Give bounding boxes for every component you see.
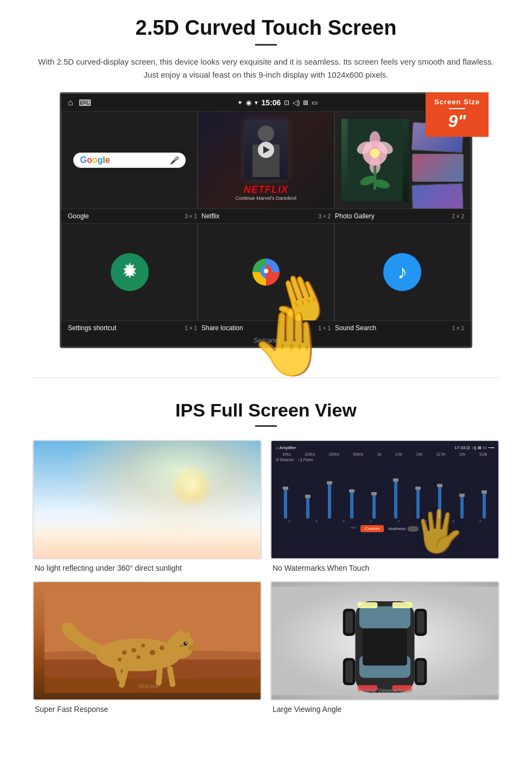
feature1-caption: No light reflecting under 360° direct su… <box>33 564 262 572</box>
svg-point-21 <box>188 645 197 651</box>
eq-slider-3[interactable] <box>328 483 331 519</box>
time-display: 15:06 <box>261 98 281 107</box>
car-image-container: ↑ Large Viewing Angle <box>270 581 499 701</box>
usb-icon: ⌨ <box>79 98 91 108</box>
app-label-row1: Google 3 × 1 Netflix 3 × 2 Photo Gallery… <box>61 209 471 223</box>
netflix-app-name: Netflix <box>201 212 219 220</box>
section-ips-view: IPS Full Screen View No light reflecting… <box>0 394 532 730</box>
section-curved-touch: 2.5D Curved Touch Screen With 2.5D curve… <box>0 0 532 361</box>
svg-point-32 <box>118 658 122 661</box>
play-button[interactable] <box>258 142 274 158</box>
gear-icon <box>119 261 141 283</box>
cheetah-image-container: Seicane <box>33 581 262 701</box>
cheetah-image: Seicane <box>34 582 261 699</box>
screen-size-badge: Screen Size 9" <box>426 92 489 137</box>
svg-point-6 <box>370 149 380 159</box>
svg-point-30 <box>137 655 141 659</box>
section1-title: 2.5D Curved Touch Screen <box>33 16 499 40</box>
feature-viewing-angle: ↑ Large Viewing Angle Large Viewing Angl… <box>270 581 499 714</box>
google-app-size: 3 × 1 <box>185 213 197 219</box>
feature-fast-response: Seicane Super Fast Response <box>33 581 262 714</box>
eq-freq-labels: 60hz100hz200hz500hz1k2.5k10k12.5k15kSUB <box>276 452 494 456</box>
eq-slider-10[interactable] <box>483 493 486 519</box>
svg-rect-44 <box>345 660 353 683</box>
eq-slider-6[interactable] <box>394 481 397 519</box>
google-label: Google 3 × 1 <box>66 211 199 221</box>
svg-rect-40 <box>345 611 353 633</box>
car-top-view-svg: ↑ Large Viewing Angle <box>271 582 498 699</box>
eq-slider-1[interactable] <box>284 489 287 519</box>
eq-slider-2[interactable] <box>306 497 309 519</box>
screen-mockup: Screen Size 9" ⌂ ⌨ ✦ ◉ ▾ 15:06 ⊡ ◁) ⊠ <box>60 92 472 348</box>
settings-app-cell[interactable] <box>61 223 198 321</box>
netflix-app-cell[interactable]: NETFLIX Continue Marvel's Daredevil <box>198 111 334 209</box>
feature2-caption: No Watermarks When Touch <box>270 564 499 572</box>
mic-icon[interactable]: 🎤 <box>170 156 179 165</box>
netflix-logo: NETFLIX <box>236 184 296 195</box>
share-app-name: Share location <box>201 324 243 332</box>
x-icon: ⊠ <box>303 99 308 106</box>
eq-hand-icon: 🖐 <box>413 508 464 556</box>
car-top-view-image: ↑ Large Viewing Angle <box>271 582 498 699</box>
bluetooth-icon: ✦ <box>237 99 243 106</box>
svg-point-28 <box>150 649 155 655</box>
status-bar: ⌂ ⌨ ✦ ◉ ▾ 15:06 ⊡ ◁) ⊠ ▭ <box>61 94 471 111</box>
feature-no-light: No light reflecting under 360° direct su… <box>33 440 262 572</box>
location-icon: ◉ <box>246 99 251 106</box>
eq-time: 17:33 ⊡ ◁) ⊠ ▭ ⟶ <box>454 445 494 450</box>
settings-label: Settings shortcut 1 × 1 <box>66 323 199 333</box>
svg-rect-42 <box>417 611 425 633</box>
settings-app-name: Settings shortcut <box>68 324 116 332</box>
badge-size: 9" <box>448 111 466 131</box>
svg-point-11 <box>264 269 268 273</box>
svg-point-31 <box>122 650 127 655</box>
feature3-caption: Super Fast Response <box>33 705 262 714</box>
netflix-subtitle: Continue Marvel's Daredevil <box>236 195 296 201</box>
feature-no-watermarks: ⌂ Amplifier 17:33 ⊡ ◁) ⊠ ▭ ⟶ 60hz100hz20… <box>270 440 499 572</box>
section2-divider <box>255 425 277 427</box>
wifi-icon: ▾ <box>255 99 258 106</box>
google-logo: Google <box>80 155 110 165</box>
home-icon-eq: ⌂ Amplifier <box>276 445 296 450</box>
eq-slider-4[interactable] <box>350 491 353 519</box>
sound-app-size: 1 × 1 <box>452 325 464 331</box>
cheetah-svg: Seicane <box>45 582 261 699</box>
gallery-label: Photo Gallery 2 × 2 <box>333 211 466 221</box>
netflix-content: NETFLIX Continue Marvel's Daredevil <box>198 112 333 209</box>
eq-screen-container: ⌂ Amplifier 17:33 ⊡ ◁) ⊠ ▭ ⟶ 60hz100hz20… <box>270 440 499 559</box>
svg-point-20 <box>185 642 187 644</box>
status-center: ✦ ◉ ▾ 15:06 ⊡ ◁) ⊠ ▭ <box>91 98 464 107</box>
title-divider <box>255 44 277 46</box>
settings-app-size: 1 × 1 <box>185 325 197 331</box>
feature-grid: No light reflecting under 360° direct su… <box>33 440 499 714</box>
home-icon[interactable]: ⌂ <box>68 98 73 108</box>
camera-icon: ⊡ <box>284 99 289 106</box>
status-left-icons: ⌂ ⌨ <box>68 98 91 108</box>
svg-text:↑ Large Viewing Angle: ↑ Large Viewing Angle <box>358 687 412 693</box>
netflix-app-size: 3 × 2 <box>318 213 331 219</box>
netflix-label: Netflix 3 × 2 <box>199 211 333 221</box>
google-app-name: Google <box>68 212 89 220</box>
custom-button[interactable]: Custom <box>360 525 384 532</box>
sky-image <box>34 441 261 558</box>
svg-point-26 <box>131 648 136 653</box>
eq-slider-5[interactable] <box>372 494 376 519</box>
svg-rect-36 <box>359 606 411 628</box>
hand-touch-icon: 🤚 <box>250 304 331 381</box>
svg-text:Seicane: Seicane <box>138 682 159 690</box>
section2-title: IPS Full Screen View <box>33 400 499 421</box>
section1-description: With 2.5D curved-display screen, this de… <box>33 55 499 81</box>
sky-image-container <box>33 440 262 559</box>
sound-search-cell[interactable]: ♪ <box>334 223 471 321</box>
svg-rect-46 <box>417 660 425 683</box>
google-app-cell[interactable]: Google 🎤 <box>61 111 198 209</box>
google-search-bar[interactable]: Google 🎤 <box>73 153 185 168</box>
svg-point-4 <box>370 131 381 148</box>
svg-rect-47 <box>358 602 377 608</box>
flower-image <box>341 119 408 201</box>
sound-label: Sound Search 1 × 1 <box>333 323 466 333</box>
svg-point-27 <box>141 644 145 647</box>
equalizer-screen: ⌂ Amplifier 17:33 ⊡ ◁) ⊠ ▭ ⟶ 60hz100hz20… <box>271 441 498 558</box>
svg-rect-48 <box>392 602 412 608</box>
window-icon: ▭ <box>312 99 318 106</box>
